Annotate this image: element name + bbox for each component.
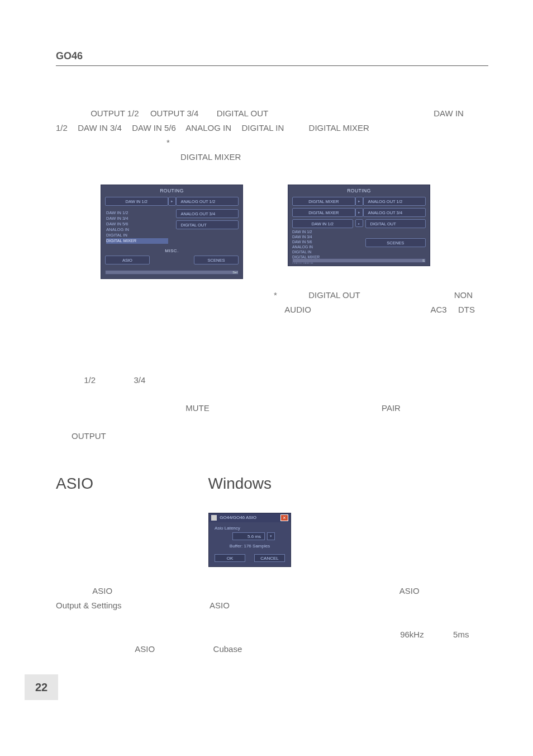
text-digital-mixer-center: DIGITAL MIXER [180,150,488,164]
text-analogin: ANALOG IN [185,123,231,133]
asio-buffer-text: Buffer: 176 Samples [215,544,285,549]
option-item[interactable]: DAW IN 5/6 [106,221,168,227]
text-star: * [166,135,488,150]
asio-button[interactable]: ASIO [105,256,150,264]
dropdown-arrow-icon[interactable]: ▾ [267,532,275,540]
cancel-button[interactable]: CANCEL [254,554,285,562]
page-header-title: GO46 [56,50,488,66]
corner-text: S [422,259,425,262]
panel-footer-strip-r: S [292,258,426,263]
text-pair: PAIR [382,403,401,413]
scenes-button-r[interactable]: SCENES [365,238,426,247]
label-digitalout: DIGITAL OUT [176,220,239,229]
text-output: OUTPUT [72,431,106,441]
text-cubase: Cubase [213,644,242,654]
panel-footer-strip: Sel [105,270,239,275]
text-dawin56: DAW IN 5/6 [132,123,176,133]
caption-audio: AUDIO [284,305,311,314]
arrow-icon[interactable]: ▸ [355,197,363,206]
arrow-icon[interactable]: ▸ [355,219,363,227]
window-icon [211,515,217,521]
option-item-selected[interactable]: DIGITAL MIXER [106,238,168,244]
text-dawin: DAW IN [434,108,464,118]
text-digitalout: DIGITAL OUT [217,108,268,118]
arrow-icon[interactable]: ▸ [168,197,176,206]
text-digitalmixer: DIGITAL MIXER [309,123,369,133]
dropdown-digitalmixer-2[interactable]: DIGITAL MIXER [292,208,355,217]
caption-ac3: AC3 [430,305,446,314]
arrow-icon[interactable]: ▸ [355,208,363,217]
routing-panel-left: ROUTING DAW IN 1/2 ▸ ANALOG OUT 1/2 DAW … [101,185,243,279]
text-12: 1/2 [56,123,68,133]
text-asio-2: ASIO [399,586,420,596]
asio-dialog-title: GO44/GO46 ASIO [220,515,256,520]
text-mute: MUTE [185,403,210,413]
option-item[interactable]: DAW IN 1/2 [106,210,168,216]
dropdown-options-left[interactable]: DAW IN 1/2 DAW IN 3/4 DAW IN 5/6 ANALOG … [106,210,168,244]
caption-digitalout: DIGITAL OUT [308,290,360,300]
dropdown-dawin12-r[interactable]: DAW IN 1/2 [292,219,353,228]
routing-panel-right: ROUTING DIGITAL MIXER ▸ ANALOG OUT 1/2 D… [288,185,430,266]
asio-latency-label: Asio Latency [215,526,285,531]
section-heading-asio-windows: ASIO Windows [56,475,488,493]
option-item[interactable]: DIGITAL IN [106,233,168,238]
misc-title: MISC. [105,248,239,253]
text-digitalin: DIGITAL IN [241,123,284,133]
text-5ms: 5ms [453,630,469,639]
asio-latency-value[interactable]: 5.6 ms [232,532,265,540]
text-output34: OUTPUT 3/4 [150,108,198,118]
paragraph-asio-desc: ASIO ASIO Output & Settings ASIO 96kHz 5… [56,584,488,656]
option-item[interactable]: DAW IN 1/2 [292,229,353,234]
label-analogout34-r: ANALOG OUT 3/4 [363,208,426,217]
text-96khz: 96kHz [400,630,424,639]
caption-non: NON [454,290,473,300]
scenes-button[interactable]: SCENES [194,256,239,264]
option-item[interactable]: DIGITAL IN [292,249,353,254]
option-item[interactable]: DAW IN 3/4 [106,216,168,221]
text-34b: 3/4 [134,375,145,385]
label-analogout12: ANALOG OUT 1/2 [176,197,239,206]
routing-title-right: ROUTING [292,188,426,193]
option-item[interactable]: ANALOG IN [106,227,168,233]
text-asio-1: ASIO [92,586,112,596]
asio-dialog: GO44/GO46 ASIO × Asio Latency 5.6 ms ▾ B… [208,513,291,567]
option-item[interactable]: DAW IN 5/6 [292,239,353,244]
text-output-settings: Output & Settings [56,601,122,610]
corner-text: Sel [232,271,237,274]
label-analogout12-r: ANALOG OUT 1/2 [363,197,426,206]
text-output12: OUTPUT 1/2 [91,108,139,118]
text-asio-3: ASIO [210,601,230,610]
heading-asio: ASIO [56,475,93,492]
section-mixer-notes: 1/2 3/4 MUTE PAIR OUTPUT [72,373,488,443]
caption-star: * [274,290,277,300]
option-item[interactable]: DAW IN 3/4 [292,234,353,239]
label-analogout34: ANALOG OUT 3/4 [176,209,239,218]
page-number: 22 [25,674,58,700]
asio-dialog-titlebar: GO44/GO46 ASIO × [209,513,291,522]
dropdown-digitalmixer-1[interactable]: DIGITAL MIXER [292,197,355,206]
text-asio-4: ASIO [135,644,155,654]
caption-dts: DTS [458,305,475,314]
option-item[interactable]: ANALOG IN [292,244,353,249]
paragraph-routing-intro: OUTPUT 1/2 OUTPUT 3/4 DIGITAL OUT DAW IN… [72,106,488,164]
text-dawin34: DAW IN 3/4 [78,123,122,133]
label-digitalout-r: DIGITAL OUT [365,219,426,228]
dropdown-dawin12[interactable]: DAW IN 1/2 [105,197,168,206]
text-12b: 1/2 [84,375,96,385]
close-icon[interactable]: × [280,514,288,521]
heading-windows: Windows [208,475,272,492]
routing-title-left: ROUTING [105,188,239,193]
caption-right: * DIGITAL OUT NON AUDIO AC3 DTS [274,288,497,317]
ok-button[interactable]: OK [215,554,245,562]
